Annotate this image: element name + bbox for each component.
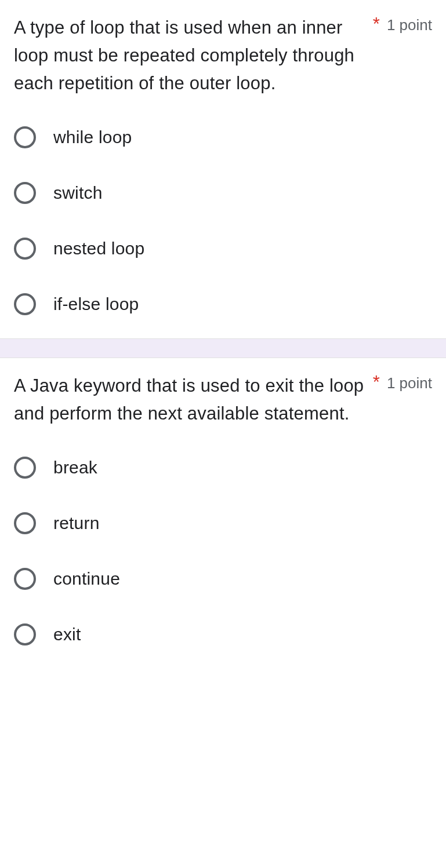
option-if-else-loop[interactable]: if-else loop [14, 293, 432, 315]
question-text: A Java keyword that is used to exit the … [14, 372, 367, 428]
option-label: return [53, 513, 100, 533]
radio-icon [14, 623, 36, 645]
option-exit[interactable]: exit [14, 623, 432, 645]
option-label: break [53, 458, 97, 477]
option-switch[interactable]: switch [14, 182, 432, 204]
radio-icon [14, 182, 36, 204]
question-card-2: A Java keyword that is used to exit the … [0, 358, 446, 669]
option-label: exit [53, 625, 81, 644]
question-header: A Java keyword that is used to exit the … [14, 372, 432, 428]
radio-icon [14, 512, 36, 534]
options-list: while loop switch nested loop if-else lo… [14, 126, 432, 315]
option-nested-loop[interactable]: nested loop [14, 238, 432, 260]
option-label: switch [53, 183, 103, 203]
points-label: 1 point [387, 14, 432, 34]
question-text: A type of loop that is used when an inne… [14, 14, 367, 97]
question-header: A type of loop that is used when an inne… [14, 14, 432, 97]
option-label: while loop [53, 127, 132, 147]
option-continue[interactable]: continue [14, 568, 432, 590]
required-indicator: * [373, 372, 380, 393]
radio-icon [14, 238, 36, 260]
option-break[interactable]: break [14, 457, 432, 479]
option-label: continue [53, 569, 120, 589]
card-divider [0, 338, 446, 358]
radio-icon [14, 568, 36, 590]
option-label: if-else loop [53, 294, 139, 314]
question-card-1: A type of loop that is used when an inne… [0, 0, 446, 338]
option-return[interactable]: return [14, 512, 432, 534]
option-label: nested loop [53, 239, 144, 258]
points-label: 1 point [387, 372, 432, 392]
radio-icon [14, 293, 36, 315]
required-indicator: * [373, 14, 380, 35]
radio-icon [14, 126, 36, 148]
radio-icon [14, 457, 36, 479]
options-list: break return continue exit [14, 457, 432, 645]
option-while-loop[interactable]: while loop [14, 126, 432, 148]
